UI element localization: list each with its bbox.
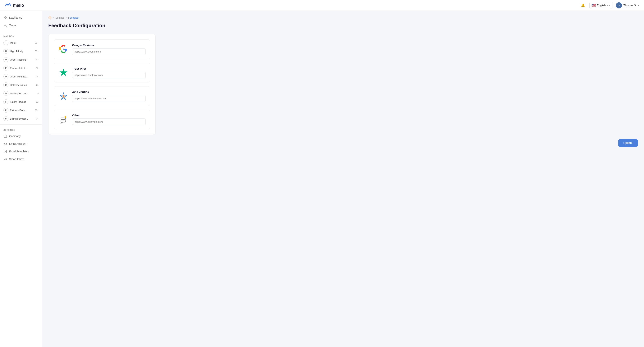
- google-name: Google Reviews: [72, 44, 146, 47]
- avatar: TG: [616, 2, 622, 8]
- inbox-count: 99+: [35, 42, 38, 44]
- billing-paymen-label: Billing/Paymen...: [10, 117, 35, 120]
- avis-url-input[interactable]: [72, 95, 146, 102]
- delivery-issues-letter: D: [4, 82, 8, 88]
- inbox-letter: I: [4, 40, 8, 45]
- home-icon[interactable]: 🏠: [48, 16, 52, 19]
- email-account-icon: [4, 142, 7, 146]
- sidebar-item-order-modifica[interactable]: O Order Modifica... 24: [0, 72, 42, 81]
- order-tracking-count: 99+: [35, 58, 38, 61]
- billing-paymen-letter: B: [4, 116, 8, 121]
- sidebar-item-delivery-issues[interactable]: D Delivery Issues 21: [0, 81, 42, 89]
- feedback-card-trustpilot: Trust Pilot: [54, 63, 150, 82]
- notification-bell-button[interactable]: 🔔: [580, 2, 586, 9]
- sidebar-item-company[interactable]: Company: [0, 132, 42, 140]
- sidebar-item-returns-exch[interactable]: R Returns/Exch... 99+: [0, 106, 42, 114]
- order-modifica-count: 24: [36, 75, 38, 78]
- sidebar-item-email-account[interactable]: Email Account: [0, 140, 42, 148]
- google-logo: [58, 44, 68, 54]
- breadcrumb: 🏠 › Settings › Feedback: [48, 16, 638, 19]
- feedback-card-avis: Avis verifies: [54, 86, 150, 106]
- sidebar-item-product-info[interactable]: P Product Info /... 19: [0, 64, 42, 72]
- svg-rect-17: [60, 118, 66, 122]
- sidebar-item-team[interactable]: Team: [0, 22, 42, 29]
- trustpilot-info: Trust Pilot: [72, 67, 146, 78]
- header-right: 🔔 🇺🇸 English ▲▼ TG Thomas G ▼: [580, 2, 640, 9]
- sidebar-item-team-label: Team: [9, 24, 16, 27]
- svg-rect-1: [6, 16, 7, 18]
- sidebar-item-inbox[interactable]: I Inbox 99+: [0, 38, 42, 47]
- other-url-input[interactable]: [72, 118, 146, 125]
- lang-chevron-icon: ▲▼: [607, 4, 611, 6]
- google-url-input[interactable]: [72, 48, 146, 55]
- breadcrumb-current-link[interactable]: Feedback: [68, 16, 79, 19]
- sidebar-item-smart-inbox[interactable]: Smart Inbox: [0, 155, 42, 163]
- language-label: English: [597, 4, 606, 7]
- avis-name: Avis verifies: [72, 90, 146, 94]
- delivery-issues-count: 21: [36, 84, 38, 86]
- missing-product-letter: M: [4, 91, 8, 96]
- breadcrumb-sep-1: ›: [53, 16, 54, 19]
- returns-exch-label: Returns/Exch...: [10, 109, 33, 112]
- email-templates-icon: [4, 150, 7, 153]
- trustpilot-logo: [58, 68, 68, 78]
- breadcrumb-settings-link[interactable]: Settings: [56, 16, 64, 19]
- missing-product-count: 5: [38, 92, 38, 94]
- logo-icon: [4, 2, 12, 9]
- high-priority-count: 99+: [35, 50, 38, 52]
- svg-rect-7: [4, 143, 7, 145]
- avis-logo: [58, 91, 68, 101]
- high-priority-label: High Priority: [10, 50, 33, 53]
- app-header: mailo 🔔 🇺🇸 English ▲▼ TG Thomas G ▼: [0, 0, 644, 11]
- company-label: Company: [9, 134, 21, 138]
- svg-rect-2: [4, 18, 5, 19]
- faulty-product-letter: F: [4, 99, 8, 104]
- sidebar-item-billing-paymen[interactable]: B Billing/Paymen... 14: [0, 114, 42, 123]
- other-info: Other: [72, 114, 146, 125]
- page-title: Feedback Configuration: [48, 22, 638, 28]
- trustpilot-name: Trust Pilot: [72, 67, 146, 70]
- smart-inbox-icon: [4, 157, 7, 161]
- delivery-issues-label: Delivery Issues: [10, 84, 35, 86]
- sidebar-item-missing-product[interactable]: M Missing Product 5: [0, 89, 42, 98]
- inbox-label: Inbox: [10, 42, 33, 44]
- order-modifica-label: Order Modifica...: [10, 75, 35, 78]
- sidebar: Dashboard Team Mailbox I Inbox 99+ H Hig…: [0, 11, 42, 347]
- sidebar-item-faulty-product[interactable]: F Faulty Product 12: [0, 98, 42, 106]
- main-content: 🏠 › Settings › Feedback Feedback Configu…: [42, 11, 644, 347]
- settings-section-label: Settings: [0, 126, 42, 132]
- feedback-container: Google Reviews Trust Pilot: [48, 34, 156, 135]
- returns-exch-count: 99+: [35, 109, 38, 112]
- language-selector[interactable]: 🇺🇸 English ▲▼: [590, 2, 613, 9]
- faulty-product-count: 12: [36, 101, 38, 103]
- svg-rect-3: [6, 18, 7, 19]
- update-button[interactable]: Update: [618, 140, 638, 147]
- user-menu[interactable]: TG Thomas G ▼: [616, 2, 640, 8]
- sidebar-item-order-tracking[interactable]: O Order Tracking 99+: [0, 56, 42, 64]
- product-info-count: 19: [36, 67, 38, 69]
- product-info-label: Product Info /...: [10, 67, 35, 70]
- order-modifica-letter: O: [4, 74, 8, 79]
- order-tracking-label: Order Tracking: [10, 58, 33, 61]
- avis-info: Avis verifies: [72, 90, 146, 102]
- sidebar-item-dashboard[interactable]: Dashboard: [0, 14, 42, 22]
- user-name: Thomas G: [624, 4, 636, 7]
- faulty-product-label: Faulty Product: [10, 100, 35, 103]
- sidebar-item-high-priority[interactable]: H High Priority 99+: [0, 47, 42, 56]
- billing-paymen-count: 14: [36, 118, 38, 120]
- feedback-card-other: Other: [54, 110, 150, 129]
- trustpilot-url-input[interactable]: [72, 72, 146, 78]
- team-icon: [4, 24, 7, 27]
- other-name: Other: [72, 114, 146, 117]
- feedback-card-google: Google Reviews: [54, 40, 150, 59]
- email-account-label: Email Account: [9, 142, 26, 145]
- email-templates-label: Email Templates: [9, 150, 29, 153]
- sidebar-item-email-templates[interactable]: Email Templates: [0, 148, 42, 155]
- svg-point-4: [5, 24, 6, 25]
- company-icon: [4, 134, 7, 138]
- flag-icon: 🇺🇸: [592, 3, 596, 8]
- order-tracking-letter: O: [4, 57, 8, 62]
- breadcrumb-sep-2: ›: [66, 16, 67, 19]
- logo-text: mailo: [13, 3, 24, 8]
- smart-inbox-label: Smart Inbox: [9, 158, 24, 161]
